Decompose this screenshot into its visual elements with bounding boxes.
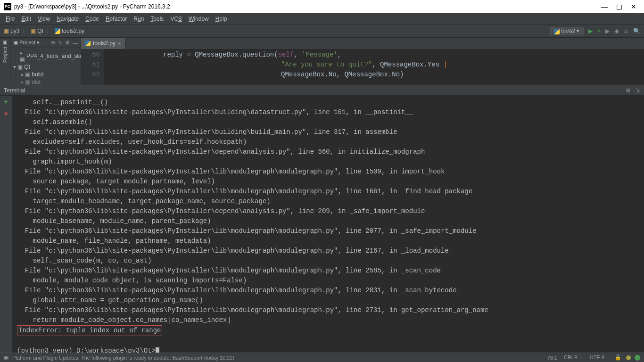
editor-tab-tools2[interactable]: tools2.py × (81, 38, 126, 49)
folder-icon: ▸ ▣ (20, 49, 25, 63)
menu-view[interactable]: View (35, 15, 53, 23)
collapse-all-icon[interactable]: ⇲ (58, 40, 62, 46)
project-view: ▣ Project ▾ ⊕ ⇲ ⚙ — ▸ ▣PP4_4_tools_and_s… (10, 38, 81, 85)
readonly-toggle-icon[interactable]: 🔓 (615, 354, 621, 361)
editor-tabs: tools2.py × (81, 38, 644, 49)
cursor (156, 347, 159, 353)
menu-vcs[interactable]: VCS (167, 15, 185, 23)
close-session-button[interactable]: × (4, 110, 8, 117)
app-icon: PC (4, 3, 11, 10)
file-encoding[interactable]: UTF-8 ≑ (590, 354, 610, 361)
gutter: 606162 (81, 49, 104, 85)
python-file-icon (554, 29, 560, 34)
profile-button[interactable]: ◉ (614, 28, 619, 34)
python-file-icon (55, 28, 60, 34)
terminal-side-toolbar: + × (0, 96, 12, 353)
terminal-body: + × self.__postinit__() File "c:\python3… (0, 96, 644, 353)
folder-icon: ▣ (31, 28, 36, 34)
tree-item-qt[interactable]: ▾ ▣Qt (10, 63, 81, 71)
menu-run[interactable]: Run (131, 15, 147, 23)
coverage-button[interactable]: ▶ (605, 28, 610, 34)
menu-tools[interactable]: Tools (148, 15, 166, 23)
line-separator[interactable]: CRLF ≑ (564, 354, 583, 361)
navigation-bar: ▣py3 〉 ▣Qt 〉 tools2.py tools2 ▾ ▶ ⌖ ▶ ◉ … (0, 25, 644, 38)
menu-help[interactable]: Help (213, 15, 230, 23)
project-tree[interactable]: ▸ ▣PP4_4_tools_and_skills ▾ ▣Qt ▸ ▣build… (10, 48, 81, 87)
status-message[interactable]: Platform and Plugin Updates: The followi… (12, 355, 234, 361)
tab-label: tools2.py (93, 40, 116, 47)
gear-icon[interactable]: ⚙ (65, 40, 70, 46)
menu-navigate[interactable]: Navigate (54, 15, 82, 23)
chevron-icon: 〉 (46, 27, 52, 35)
terminal-output[interactable]: self.__postinit__() File "c:\python36\li… (12, 96, 644, 353)
breadcrumbs: ▣py3 〉 ▣Qt 〉 tools2.py (4, 27, 84, 35)
project-view-header: ▣ Project ▾ ⊕ ⇲ ⚙ — (10, 38, 81, 48)
status-bar: ▣ Platform and Plugin Updates: The follo… (0, 353, 644, 362)
terminal-header: Terminal ⚙ ⇲ (0, 85, 644, 96)
breadcrumb-file[interactable]: tools2.py (55, 28, 84, 34)
toolbar-actions: tools2 ▾ ▶ ⌖ ▶ ◉ ≣ 🔍 (550, 27, 640, 35)
close-button[interactable]: ✕ (631, 3, 636, 10)
project-tool-button[interactable]: ▣ (3, 40, 7, 45)
terminal-prompt: (python3_venv) D:\workspace\py3\Qt> (17, 347, 156, 353)
code-area[interactable]: 606162 reply = QMessageBox.question(self… (81, 49, 644, 85)
python-file-icon (85, 41, 91, 46)
menu-refactor[interactable]: Refactor (103, 15, 130, 23)
expand-icon[interactable]: ▾ ▣ (13, 64, 23, 70)
breadcrumb-qt[interactable]: ▣Qt (31, 28, 43, 34)
terminal-title: Terminal (4, 87, 25, 94)
chevron-icon: 〉 (22, 27, 28, 35)
status-toggle-icon[interactable]: ▣ (4, 354, 8, 361)
hide-icon[interactable]: — (73, 40, 78, 46)
editor: tools2.py × 606162 reply = QMessageBox.q… (81, 38, 644, 85)
window-title: py3 - [D:\workspace\py3] - ...\Qt\tools2… (14, 3, 601, 10)
maximize-button[interactable]: ▢ (616, 3, 622, 10)
menu-window[interactable]: Window (186, 15, 212, 23)
tree-item-build[interactable]: ▸ ▣build (10, 71, 81, 78)
tree-item-pp4[interactable]: ▸ ▣PP4_4_tools_and_skills (10, 49, 81, 63)
menu-file[interactable]: File (3, 15, 17, 23)
menu-code[interactable]: Code (83, 15, 102, 23)
run-config-selector[interactable]: tools2 ▾ (550, 27, 584, 35)
close-tab-icon[interactable]: × (118, 41, 121, 46)
menubar: File Edit View Navigate Code Refactor Ru… (0, 13, 644, 25)
folder-icon: ▸ ▣ (21, 71, 30, 78)
gear-icon[interactable]: ⚙ (626, 87, 631, 94)
debug-button[interactable]: ⌖ (597, 28, 601, 34)
titlebar: PC py3 - [D:\workspace\py3] - ...\Qt\too… (0, 0, 644, 13)
folder-icon: ▣ (4, 28, 9, 34)
project-scope-selector[interactable]: ▣ Project ▾ (13, 40, 40, 46)
source[interactable]: reply = QMessageBox.question(self, 'Mess… (104, 49, 644, 85)
project-tool-label[interactable]: Project (2, 47, 8, 63)
caret-position[interactable]: 78:1 (547, 355, 557, 361)
warning-indicator-icon[interactable] (626, 355, 631, 360)
breadcrumb-root[interactable]: ▣py3 (4, 28, 19, 34)
hector-icon[interactable] (635, 355, 640, 361)
run-button[interactable]: ▶ (588, 28, 593, 34)
search-button[interactable]: 🔍 (633, 28, 640, 34)
error-line: IndexError: tuple index out of range (17, 325, 162, 336)
new-session-button[interactable]: + (4, 98, 8, 106)
concurrency-button[interactable]: ≣ (624, 28, 628, 34)
minimize-button[interactable]: — (601, 3, 608, 10)
folder-icon: ▸ ▣ (21, 79, 30, 85)
hide-terminal-icon[interactable]: ⇲ (636, 87, 640, 94)
main-body: ▣ Project ▾ ⊕ ⇲ ⚙ — ▸ ▣PP4_4_tools_and_s… (10, 38, 644, 85)
terminal-panel: Terminal ⚙ ⇲ + × self.__postinit__() Fil… (0, 85, 644, 353)
scroll-from-source-icon[interactable]: ⊕ (51, 40, 55, 46)
window-controls: — ▢ ✕ (601, 3, 640, 10)
menu-edit[interactable]: Edit (18, 15, 34, 23)
